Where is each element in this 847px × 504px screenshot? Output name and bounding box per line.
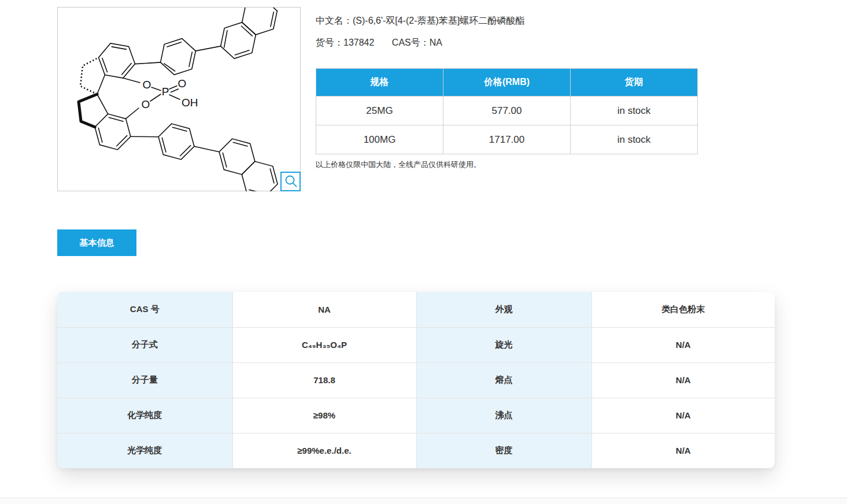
price-header-stock: 货期: [571, 69, 698, 97]
price-cell: 577.00: [443, 97, 571, 125]
cas-label: CAS号：: [392, 38, 430, 47]
cas-value-cell: NA: [232, 292, 416, 327]
melting-value-cell: N/A: [591, 362, 775, 398]
price-note: 以上价格仅限中国大陆，全线产品仅供科研使用。: [316, 160, 481, 170]
table-row: 光学纯度 ≥99%e.e./d.e. 密度 N/A: [57, 433, 775, 468]
price-table-header-row: 规格 价格(RMB) 货期: [316, 69, 698, 97]
boiling-value-cell: N/A: [591, 398, 775, 433]
optical-purity-label-cell: 光学纯度: [57, 433, 232, 468]
cn-name-label: 中文名：: [316, 16, 353, 25]
atom-oh: OH: [182, 97, 198, 109]
spec-cell: 25MG: [316, 97, 443, 125]
stock-cell: in stock: [571, 125, 698, 154]
stock-cell: in stock: [571, 97, 698, 125]
basic-info-table: CAS 号 NA 外观 类白色粉末 分子式 C₄₉H₃₅O₄P 旋光 N/A 分…: [57, 292, 775, 468]
atom-o-double: O: [178, 77, 187, 90]
atom-o-lower: O: [142, 98, 150, 110]
sku-cas-line: 货号：137842 CAS号：NA: [316, 37, 442, 49]
zoom-button[interactable]: [280, 172, 301, 191]
price-header-price: 价格(RMB): [443, 69, 571, 97]
density-label-cell: 密度: [416, 433, 591, 468]
sku-value: 137842: [343, 38, 374, 47]
molecule-structure: O O P O OH: [58, 8, 301, 191]
cas-label-cell: CAS 号: [57, 292, 232, 327]
chem-purity-label-cell: 化学纯度: [57, 398, 232, 433]
optical-purity-value-cell: ≥99%e.e./d.e.: [232, 433, 416, 468]
structure-image-box: O O P O OH: [57, 7, 301, 191]
formula-label-cell: 分子式: [57, 327, 232, 362]
chem-purity-value-cell: ≥98%: [232, 398, 416, 433]
table-row: 化学纯度 ≥98% 沸点 N/A: [57, 398, 775, 433]
rotation-label-cell: 旋光: [416, 327, 591, 362]
molweight-value-cell: 718.8: [232, 362, 416, 398]
table-row: CAS 号 NA 外观 类白色粉末: [57, 292, 775, 327]
basic-info-card: CAS 号 NA 外观 类白色粉末 分子式 C₄₉H₃₅O₄P 旋光 N/A 分…: [57, 292, 775, 468]
appearance-label-cell: 外观: [416, 292, 591, 327]
price-header-spec: 规格: [316, 69, 443, 97]
spec-cell: 100MG: [316, 125, 443, 154]
product-name-line: 中文名：(S)-6,6'-双[4-(2-萘基)苯基]螺环二酚磷酸酯: [316, 15, 524, 27]
formula-value-cell: C₄₉H₃₅O₄P: [232, 327, 416, 362]
sku-label: 货号：: [316, 38, 343, 47]
price-cell: 1717.00: [443, 125, 571, 154]
product-page: O O P O OH 中文名：(S)-6,6'-双[4-(2-萘基)苯基]螺环二…: [0, 0, 847, 504]
atom-p: P: [162, 86, 169, 98]
atom-o-upper: O: [143, 79, 151, 91]
melting-label-cell: 熔点: [416, 362, 591, 398]
table-row: 分子式 C₄₉H₃₅O₄P 旋光 N/A: [57, 327, 775, 362]
appearance-value-cell: 类白色粉末: [591, 292, 775, 327]
cas-value: NA: [430, 38, 442, 47]
price-table-row: 100MG 1717.00 in stock: [316, 125, 698, 154]
footer-divider: [0, 498, 847, 504]
product-name: (S)-6,6'-双[4-(2-萘基)苯基]螺环二酚磷酸酯: [353, 16, 524, 25]
table-row: 分子量 718.8 熔点 N/A: [57, 362, 775, 398]
tab-basic-info[interactable]: 基本信息: [57, 229, 136, 256]
price-table-row: 25MG 577.00 in stock: [316, 97, 698, 125]
molweight-label-cell: 分子量: [57, 362, 232, 398]
rotation-value-cell: N/A: [591, 327, 775, 362]
price-table: 规格 价格(RMB) 货期 25MG 577.00 in stock 100MG…: [316, 68, 698, 154]
density-value-cell: N/A: [591, 433, 775, 468]
magnifier-icon: [283, 174, 298, 189]
boiling-label-cell: 沸点: [416, 398, 591, 433]
